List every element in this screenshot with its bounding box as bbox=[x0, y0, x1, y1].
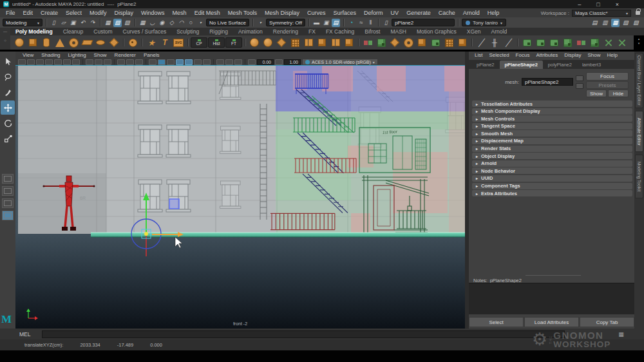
section-tessellation-attributes[interactable]: ▸Tessellation Attributes bbox=[472, 100, 632, 107]
presets-button[interactable]: Presets bbox=[586, 81, 629, 89]
stack-blocks-icon[interactable] bbox=[343, 36, 355, 49]
pause-viewport-icon[interactable]: ‖ bbox=[366, 19, 375, 27]
panel-menu-panels[interactable]: Panels bbox=[140, 52, 162, 58]
shelf-tab-poly-modeling[interactable]: Poly Modeling bbox=[10, 28, 58, 35]
shelf-tab-rendering[interactable]: Rendering bbox=[268, 28, 303, 35]
menu-generate[interactable]: Generate bbox=[402, 10, 435, 16]
snap-grid-icon[interactable]: ▦ bbox=[138, 19, 147, 27]
lock-workspace-icon[interactable] bbox=[636, 11, 640, 15]
shelf-tab-animation[interactable]: Animation bbox=[233, 28, 268, 35]
pin-node-icon[interactable] bbox=[576, 75, 583, 81]
script-editor-icon[interactable]: ▦ bbox=[618, 330, 625, 338]
layout-persp-outliner-button[interactable] bbox=[2, 211, 14, 220]
menu-display[interactable]: Display bbox=[111, 10, 138, 16]
scale-tool[interactable] bbox=[1, 131, 15, 146]
ipr-render-icon[interactable]: ▤ bbox=[332, 19, 340, 27]
make-live-icon[interactable]: ◠ bbox=[177, 19, 185, 27]
tab-lambert3[interactable]: lambert3 bbox=[577, 61, 606, 69]
lasso-tool[interactable] bbox=[1, 70, 15, 84]
grease-pencil-icon[interactable] bbox=[72, 59, 80, 65]
bookmark-icon[interactable] bbox=[45, 59, 53, 65]
shelf-tab-motion-graphics[interactable]: Motion Graphics bbox=[412, 28, 462, 35]
camera-attributes-icon[interactable] bbox=[36, 59, 44, 65]
shelf-tab-rigging[interactable]: Rigging bbox=[204, 28, 233, 35]
sculpt-mask-icon[interactable] bbox=[126, 36, 139, 49]
shelf-overflow-control[interactable]: ▴ ▾ bbox=[635, 37, 643, 48]
menu-modify[interactable]: Modify bbox=[86, 10, 111, 16]
gamma-icon[interactable] bbox=[275, 59, 283, 65]
menu-mesh[interactable]: Mesh bbox=[169, 10, 191, 16]
wireframe-icon[interactable] bbox=[149, 59, 156, 65]
duplicate-columns-icon[interactable] bbox=[302, 36, 315, 49]
shelf-tab-arnold[interactable]: Arnold bbox=[486, 28, 513, 35]
symmetry-field[interactable]: Symmetry: Off bbox=[266, 19, 305, 26]
shelf-menu-icon[interactable]: — bbox=[3, 30, 7, 33]
type-tool-icon[interactable]: T bbox=[158, 36, 171, 49]
menu-select[interactable]: Select bbox=[62, 10, 86, 16]
shelf-tab-custom[interactable]: Custom bbox=[88, 28, 117, 35]
use-all-lights-icon[interactable] bbox=[176, 59, 184, 65]
show-button[interactable]: Show bbox=[586, 90, 607, 97]
image-plane-icon[interactable] bbox=[54, 59, 62, 65]
snap-center-icon[interactable]: ○ bbox=[187, 19, 195, 27]
layout-two-pane-button[interactable] bbox=[2, 198, 14, 208]
menu-file[interactable]: File bbox=[2, 10, 19, 16]
exposure-field[interactable]: 0.00 bbox=[257, 59, 274, 65]
isolate-select-icon[interactable] bbox=[216, 59, 224, 65]
shaded-icon[interactable] bbox=[158, 59, 166, 65]
layout-four-pane-button[interactable] bbox=[2, 186, 14, 196]
shelf-toggle-icon[interactable]: ○ bbox=[4, 39, 6, 43]
render-sequence-icon[interactable]: ≈ bbox=[357, 19, 365, 27]
move-tool[interactable] bbox=[1, 100, 15, 115]
selection-name-input[interactable]: pPlane2 bbox=[392, 19, 455, 26]
menu-edit-mesh[interactable]: Edit Mesh bbox=[191, 10, 224, 16]
panel-menu-view[interactable]: View bbox=[19, 52, 37, 58]
redo-icon[interactable]: ↷ bbox=[88, 19, 97, 27]
snap-point-icon[interactable]: ◉ bbox=[158, 19, 166, 27]
mel-command-input[interactable] bbox=[42, 330, 565, 338]
shadows-icon[interactable] bbox=[185, 59, 193, 65]
menu-surfaces[interactable]: Surfaces bbox=[330, 10, 361, 16]
focus-button[interactable]: Focus bbox=[586, 72, 629, 81]
open-scene-icon[interactable]: ▱ bbox=[59, 19, 68, 27]
smooth-icon[interactable] bbox=[429, 36, 442, 49]
lock-camera-icon[interactable] bbox=[27, 59, 35, 65]
section-extra-attributes[interactable]: ▸Extra Attributes bbox=[472, 190, 632, 196]
boolean-difference-icon[interactable] bbox=[534, 36, 547, 49]
shelf-tab-curves-surfaces[interactable]: Curves / Surfaces bbox=[118, 28, 172, 35]
tab-pplane2[interactable]: pPlane2 bbox=[471, 61, 500, 69]
menu-mesh-tools[interactable]: Mesh Tools bbox=[224, 10, 261, 16]
sidebar-tab-channel-box[interactable]: Channel Box / Layer Editor bbox=[635, 53, 643, 108]
soft-mod-icon[interactable] bbox=[275, 36, 288, 49]
workspace-select[interactable]: Maya Classic*▾ bbox=[572, 10, 631, 17]
menu-curves[interactable]: Curves bbox=[303, 10, 330, 16]
poly-cone-icon[interactable] bbox=[53, 36, 66, 49]
select-camera-icon[interactable] bbox=[18, 59, 26, 65]
ae-menu-list[interactable]: List bbox=[471, 52, 486, 58]
viewport-canvas[interactable]: 6R bbox=[15, 65, 465, 329]
shelf-tab-mash[interactable]: MASH bbox=[385, 28, 412, 35]
mirror-icon[interactable] bbox=[574, 36, 587, 49]
reference-image-plane[interactable]: 6R bbox=[18, 66, 465, 234]
remesh-icon[interactable] bbox=[588, 36, 601, 49]
xray-joints-icon[interactable] bbox=[234, 59, 242, 65]
save-scene-icon[interactable]: ▣ bbox=[69, 19, 77, 27]
section-component-tags[interactable]: ▸Component Tags bbox=[472, 183, 632, 189]
panel-menu-shading[interactable]: Shading bbox=[38, 52, 63, 58]
field-chart-icon[interactable] bbox=[117, 59, 125, 65]
quick-help-icon[interactable]: ▯ bbox=[382, 19, 390, 27]
section-tangent-space[interactable]: ▸Tangent Space bbox=[472, 123, 632, 129]
section-arnold[interactable]: ▸Arnold bbox=[472, 160, 632, 167]
select-component-icon[interactable]: ▨ bbox=[123, 19, 131, 27]
wheel-icon[interactable] bbox=[402, 36, 415, 49]
maximize-icon[interactable]: □ bbox=[596, 1, 600, 8]
menu-set-select[interactable]: Modeling▾ bbox=[3, 19, 43, 26]
ft-shelf-button[interactable]: FT bbox=[225, 37, 242, 48]
select-tool[interactable] bbox=[1, 54, 15, 68]
motion-blur-icon[interactable] bbox=[203, 59, 211, 65]
new-scene-icon[interactable]: ▯ bbox=[50, 19, 58, 27]
load-attributes-button[interactable]: Load Attributes bbox=[524, 317, 579, 327]
layout-single-pane-button[interactable] bbox=[2, 174, 14, 184]
section-displacement-map[interactable]: ▸Displacement Map bbox=[472, 138, 632, 144]
poly-plane-icon[interactable] bbox=[80, 36, 93, 49]
